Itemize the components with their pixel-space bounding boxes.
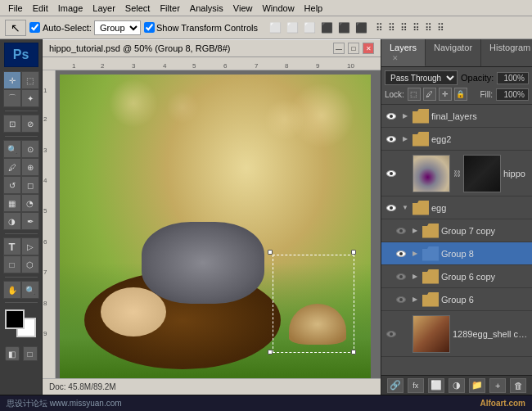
slice-tool-icon[interactable]: ⊘: [21, 115, 39, 133]
new-group-btn[interactable]: 📁: [469, 378, 485, 393]
align-top-icon[interactable]: ⬛: [319, 20, 335, 35]
visibility-group6[interactable]: [394, 293, 408, 306]
distribute5-icon[interactable]: ⠿: [423, 20, 434, 35]
visibility-group7copy[interactable]: [394, 224, 408, 237]
distribute3-icon[interactable]: ⠿: [399, 20, 409, 35]
layer-item-group8[interactable]: ▶ Group 8: [381, 242, 532, 265]
tab-navigator[interactable]: Navigator: [426, 39, 481, 66]
layer-item-egg[interactable]: ▼ egg: [381, 196, 532, 219]
crop-tool-icon[interactable]: ⊡: [3, 115, 21, 133]
move-tool-icon[interactable]: ✛: [3, 71, 21, 89]
lock-all-btn[interactable]: 🔒: [454, 88, 467, 101]
fill-value[interactable]: 100%: [496, 88, 529, 101]
visibility-final-layers[interactable]: [385, 110, 398, 123]
brush-tool-icon[interactable]: 🖊: [3, 158, 21, 176]
screen-mode-icon[interactable]: □: [23, 346, 38, 361]
add-mask-btn[interactable]: ⬜: [428, 378, 444, 393]
align-left-icon[interactable]: ⬜: [268, 20, 283, 35]
expand-group6[interactable]: ▶: [410, 295, 420, 305]
visibility-group8[interactable]: [394, 247, 408, 260]
link-layers-btn[interactable]: 🔗: [387, 378, 404, 393]
eyedropper-icon[interactable]: 🔍: [3, 140, 21, 158]
3d-tool-icon[interactable]: ⬡: [21, 255, 39, 273]
tab-layers-close[interactable]: ✕: [392, 54, 399, 62]
opacity-value[interactable]: 100%: [497, 72, 529, 84]
lock-transparent-btn[interactable]: ⬚: [408, 88, 421, 101]
visibility-egg[interactable]: [385, 201, 398, 215]
blur-tool-icon[interactable]: ◔: [21, 194, 39, 212]
blend-mode-select[interactable]: Pass Through Normal Multiply Screen Over…: [385, 70, 458, 85]
new-layer-btn[interactable]: +: [489, 378, 506, 393]
minimize-button[interactable]: —: [333, 43, 345, 54]
visibility-egg-shell-copy[interactable]: [385, 327, 398, 341]
shape-tool-icon[interactable]: □: [3, 255, 21, 273]
quick-mask-icon[interactable]: ◧: [5, 346, 20, 361]
tab-layers[interactable]: Layers ✕: [381, 39, 426, 66]
magic-wand-icon[interactable]: ✦: [21, 89, 39, 107]
distribute4-icon[interactable]: ⠿: [411, 20, 422, 35]
history-brush-icon[interactable]: ↺: [3, 176, 21, 194]
layer-item-group7copy[interactable]: ▶ Group 7 copy: [381, 219, 532, 242]
lock-pixels-btn[interactable]: 🖊: [423, 88, 436, 101]
hand-tool-icon[interactable]: ✋: [3, 281, 21, 299]
dodge-tool-icon[interactable]: ◑: [3, 212, 21, 230]
distribute-icon[interactable]: ⠿: [374, 20, 385, 35]
expand-egg2[interactable]: ▶: [400, 134, 410, 144]
lasso-tool-icon[interactable]: ⌒: [3, 89, 21, 107]
foreground-color-box[interactable]: [5, 309, 25, 329]
gradient-tool-icon[interactable]: ▦: [3, 194, 21, 212]
pen-tool-icon[interactable]: ✒: [21, 212, 39, 230]
layer-item-final-layers[interactable]: ▶ final_layers: [381, 105, 532, 128]
menu-layer[interactable]: Layer: [88, 2, 120, 15]
menu-filter[interactable]: Filter: [155, 2, 184, 15]
delete-layer-btn[interactable]: 🗑: [510, 378, 526, 393]
menu-view[interactable]: View: [228, 2, 258, 15]
menu-window[interactable]: Window: [257, 2, 299, 15]
layer-item-hippo[interactable]: ⛓ hippo: [381, 151, 532, 196]
auto-select-dropdown[interactable]: Group Layer: [94, 20, 141, 35]
layer-item-group6copy[interactable]: ▶ Group 6 copy: [381, 265, 532, 288]
visibility-hippo[interactable]: [385, 167, 398, 180]
maximize-button[interactable]: □: [348, 43, 359, 54]
tab-histogram[interactable]: Histogram: [481, 39, 532, 66]
close-button[interactable]: ✕: [363, 43, 374, 54]
zoom-tool-icon[interactable]: 🔍: [21, 281, 39, 299]
layer-item-group6[interactable]: ▶ Group 6: [381, 288, 532, 311]
menu-select[interactable]: Select: [120, 2, 156, 15]
spot-heal-icon[interactable]: ⊙: [21, 140, 39, 158]
distribute2-icon[interactable]: ⠿: [386, 20, 397, 35]
lock-position-btn[interactable]: ✛: [439, 88, 452, 101]
transform-handle-bl[interactable]: [268, 250, 273, 255]
eraser-tool-icon[interactable]: ◻: [21, 176, 39, 194]
distribute6-icon[interactable]: ⠿: [435, 20, 446, 35]
marquee-tool-icon[interactable]: ⬚: [21, 71, 39, 89]
layer-style-btn[interactable]: fx: [408, 378, 424, 393]
menu-image[interactable]: Image: [53, 2, 88, 15]
layer-item-egg2[interactable]: ▶ egg2: [381, 128, 532, 151]
menu-analysis[interactable]: Analysis: [185, 2, 228, 15]
visibility-group6copy[interactable]: [394, 270, 408, 283]
expand-final-layers[interactable]: ▶: [400, 111, 410, 121]
type-tool-icon[interactable]: T: [3, 237, 21, 255]
path-select-icon[interactable]: ▷: [21, 237, 39, 255]
canvas-image-area[interactable]: [56, 70, 381, 378]
align-center-icon[interactable]: ⬜: [285, 20, 300, 35]
transform-controls-checkbox[interactable]: [144, 22, 155, 33]
align-middle-icon[interactable]: ⬛: [336, 20, 352, 35]
align-bottom-icon[interactable]: ⬛: [354, 20, 369, 35]
clone-stamp-icon[interactable]: ⊕: [21, 158, 39, 176]
auto-select-checkbox[interactable]: [29, 22, 40, 33]
expand-group7copy[interactable]: ▶: [410, 226, 420, 236]
expand-group6copy[interactable]: ▶: [410, 272, 420, 282]
menu-help[interactable]: Help: [300, 2, 328, 15]
visibility-egg2[interactable]: [385, 133, 398, 146]
align-right-icon[interactable]: ⬜: [302, 20, 318, 35]
menu-file[interactable]: File: [3, 2, 28, 15]
move-tool-button[interactable]: ↖: [5, 20, 26, 36]
layer-item-egg-shell-copy[interactable]: 1289egg_shell copy: [381, 311, 532, 357]
fill-layer-btn[interactable]: ◑: [449, 378, 465, 393]
transform-handle-tl[interactable]: [268, 350, 273, 355]
menu-edit[interactable]: Edit: [28, 2, 53, 15]
transform-handle-br[interactable]: [351, 250, 356, 255]
expand-group8[interactable]: ▶: [410, 249, 420, 259]
